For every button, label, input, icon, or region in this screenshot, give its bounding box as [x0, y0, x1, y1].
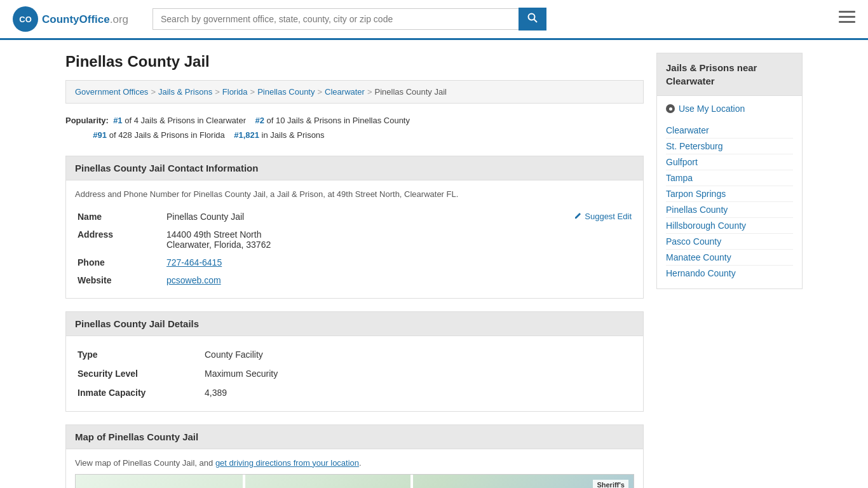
- sidebar: Jails & Prisons near Clearwater Use My L…: [656, 53, 803, 488]
- contact-section-body: Address and Phone Number for Pinellas Co…: [65, 180, 644, 299]
- content: Pinellas County Jail Government Offices …: [65, 53, 644, 488]
- logo-area: CO CountyOffice.org: [13, 6, 140, 32]
- logo-ext: .org: [110, 13, 128, 25]
- svg-point-2: [529, 14, 535, 20]
- bc-sep-4: >: [317, 87, 322, 97]
- map-section-header: Map of Pinellas County Jail: [65, 424, 644, 449]
- pop1-text: of 4 Jails & Prisons in Clearwater: [125, 116, 246, 125]
- breadcrumb-item-clearwater[interactable]: Clearwater: [325, 87, 365, 97]
- breadcrumb-item-current: Pinellas County Jail: [375, 87, 447, 97]
- table-row: Type County Facility: [75, 345, 634, 364]
- sidebar-title: Jails & Prisons near Clearwater: [656, 53, 803, 96]
- breadcrumb-item-jails[interactable]: Jails & Prisons: [158, 87, 212, 97]
- sidebar-link-pinellas-county[interactable]: Pinellas County: [666, 202, 793, 218]
- bc-sep-1: >: [151, 87, 156, 97]
- svg-text:CO: CO: [19, 15, 32, 24]
- page-title: Pinellas County Jail: [65, 53, 644, 71]
- pop1-rank: #1: [113, 116, 122, 125]
- address-value: 14400 49th Street North Clearwater, Flor…: [164, 226, 634, 254]
- svg-rect-4: [839, 11, 855, 13]
- type-label: Type: [75, 345, 202, 364]
- sidebar-link-pasco[interactable]: Pasco County: [666, 234, 793, 250]
- map-desc: View map of Pinellas County Jail, and ge…: [75, 458, 634, 468]
- details-section-header: Pinellas County Jail Details: [65, 311, 644, 336]
- popularity: Popularity: #1 of 4 Jails & Prisons in C…: [65, 113, 644, 143]
- search-button[interactable]: [519, 8, 546, 30]
- breadcrumb: Government Offices > Jails & Prisons > F…: [65, 80, 644, 104]
- map-desc-prefix: View map of Pinellas County Jail, and: [75, 458, 215, 468]
- address-label: Address: [75, 226, 164, 254]
- pop2-rank: #2: [255, 116, 264, 125]
- logo-icon: CO: [13, 6, 38, 32]
- table-row: Address 14400 49th Street North Clearwat…: [75, 226, 634, 254]
- logo-main: CountyOffice: [42, 13, 110, 25]
- details-section-body: Type County Facility Security Level Maxi…: [65, 336, 644, 412]
- map-road-v1: [243, 475, 245, 488]
- table-row: Phone 727-464-6415: [75, 254, 634, 271]
- website-value: pcsoweb.com: [164, 271, 634, 289]
- bc-sep-2: >: [215, 87, 220, 97]
- sidebar-link-hillsborough[interactable]: Hillsborough County: [666, 218, 793, 234]
- website-label: Website: [75, 271, 164, 289]
- table-row: Name Pinellas County Jail Suggest Edit: [75, 208, 634, 226]
- type-value: County Facility: [202, 345, 634, 364]
- suggest-edit-label: Suggest Edit: [585, 212, 632, 221]
- bc-sep-3: >: [250, 87, 255, 97]
- map-desc-suffix: .: [359, 458, 362, 468]
- contact-table: Name Pinellas County Jail Suggest Edit A…: [75, 208, 634, 289]
- breadcrumb-item-florida[interactable]: Florida: [222, 87, 248, 97]
- location-dot-icon: [666, 104, 675, 113]
- security-label: Security Level: [75, 364, 202, 383]
- svg-line-3: [534, 20, 538, 23]
- breadcrumb-item-gov[interactable]: Government Offices: [75, 87, 148, 97]
- sidebar-link-tampa[interactable]: Tampa: [666, 170, 793, 186]
- sidebar-link-stpetersburg[interactable]: St. Petersburg: [666, 139, 793, 154]
- details-table: Type County Facility Security Level Maxi…: [75, 345, 634, 402]
- header: CO CountyOffice.org: [0, 0, 868, 40]
- use-my-location-button[interactable]: Use My Location: [666, 104, 793, 114]
- map-section-body: View map of Pinellas County Jail, and ge…: [65, 449, 644, 488]
- suggest-edit-button[interactable]: Suggest Edit: [573, 212, 632, 221]
- popularity-label: Popularity:: [65, 116, 109, 125]
- security-value: Maximum Security: [202, 364, 634, 383]
- use-location-label: Use My Location: [679, 104, 745, 114]
- contact-section-header: Pinellas County Jail Contact Information: [65, 156, 644, 180]
- search-icon: [527, 13, 538, 23]
- logo-text: CountyOffice.org: [42, 13, 128, 26]
- svg-rect-5: [839, 16, 855, 18]
- map-directions-link[interactable]: get driving directions from your locatio…: [215, 458, 359, 468]
- address-line1: 14400 49th Street North: [166, 229, 632, 240]
- capacity-value: 4,389: [202, 383, 634, 402]
- bc-sep-5: >: [367, 87, 372, 97]
- pop2-text: of 10 Jails & Prisons in Pinellas County: [267, 116, 410, 125]
- address-line2: Clearwater, Florida, 33762: [166, 240, 632, 250]
- contact-desc: Address and Phone Number for Pinellas Co…: [75, 189, 634, 199]
- sidebar-link-tarpon-springs[interactable]: Tarpon Springs: [666, 186, 793, 202]
- website-link[interactable]: pcsoweb.com: [166, 275, 221, 285]
- sidebar-link-gulfport[interactable]: Gulfport: [666, 154, 793, 170]
- edit-icon: [573, 212, 582, 220]
- name-label: Name: [75, 208, 164, 226]
- table-row: Inmate Capacity 4,389: [75, 383, 634, 402]
- svg-rect-6: [839, 21, 855, 23]
- name-text: Pinellas County Jail: [166, 212, 244, 222]
- menu-icon[interactable]: [839, 11, 855, 27]
- map-container[interactable]: Pinellas County Jail Sheriff's: [75, 474, 634, 488]
- sidebar-link-clearwater[interactable]: Clearwater: [666, 123, 793, 139]
- breadcrumb-item-pinellas[interactable]: Pinellas County: [257, 87, 315, 97]
- main-container: Pinellas County Jail Government Offices …: [53, 40, 815, 488]
- map-placeholder: Pinellas County Jail Sheriff's: [76, 475, 634, 488]
- pop3-text: of 428 Jails & Prisons in Florida: [109, 130, 225, 140]
- sidebar-link-hernando[interactable]: Hernando County: [666, 266, 793, 281]
- table-row: Website pcsoweb.com: [75, 271, 634, 289]
- phone-link[interactable]: 727-464-6415: [166, 257, 222, 268]
- capacity-label: Inmate Capacity: [75, 383, 202, 402]
- table-row: Security Level Maximum Security: [75, 364, 634, 383]
- sidebar-link-manatee[interactable]: Manatee County: [666, 250, 793, 266]
- phone-label: Phone: [75, 254, 164, 271]
- search-input[interactable]: [153, 8, 519, 30]
- sidebar-body: Use My Location Clearwater St. Petersbur…: [656, 96, 803, 289]
- pop4-rank: #1,821: [234, 130, 259, 140]
- map-road-v2: [410, 475, 413, 488]
- search-area: [153, 8, 546, 30]
